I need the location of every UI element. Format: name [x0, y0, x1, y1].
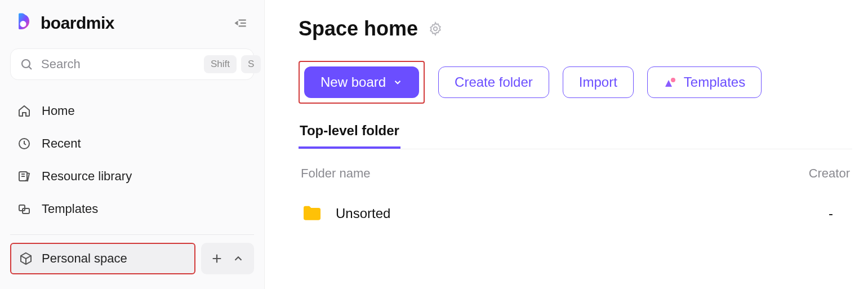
- new-board-button[interactable]: New board: [304, 66, 419, 98]
- search-icon: [20, 57, 33, 71]
- creator-cell: -: [799, 206, 850, 221]
- sidebar-item-label: Home: [42, 104, 75, 118]
- cube-icon: [19, 252, 33, 265]
- svg-point-1: [22, 60, 30, 68]
- collapse-space-button[interactable]: [228, 248, 248, 269]
- search-box[interactable]: Shift S: [10, 48, 254, 80]
- sidebar-item-recent[interactable]: Recent: [10, 128, 254, 159]
- new-board-label: New board: [321, 74, 386, 90]
- collapse-sidebar-icon[interactable]: [230, 12, 252, 34]
- sidebar-item-resource-library[interactable]: Resource library: [10, 161, 254, 192]
- sidebar-item-templates[interactable]: Templates: [10, 194, 254, 224]
- brand-row: boardmix: [10, 12, 254, 34]
- app-root: boardmix Shift S: [0, 0, 868, 289]
- svg-point-7: [671, 78, 675, 82]
- sidebar: boardmix Shift S: [0, 0, 265, 289]
- sidebar-item-label: Resource library: [42, 169, 132, 184]
- folder-name: Unsorted: [336, 206, 390, 221]
- highlight-new-board: New board: [299, 61, 425, 104]
- import-button[interactable]: Import: [563, 66, 634, 98]
- chevron-down-icon: [393, 77, 403, 87]
- folder-icon: [301, 202, 323, 225]
- sidebar-item-label: Templates: [42, 202, 98, 216]
- svg-point-6: [434, 27, 438, 31]
- table-header: Folder name Creator: [299, 166, 852, 197]
- svg-point-0: [20, 21, 26, 27]
- templates-icon: [17, 202, 32, 216]
- table-row[interactable]: Unsorted -: [299, 197, 852, 230]
- templates-label: Templates: [684, 74, 745, 90]
- logo-icon: [12, 12, 34, 34]
- sidebar-item-label: Recent: [42, 136, 81, 151]
- space-label: Personal space: [42, 251, 127, 266]
- library-icon: [17, 169, 32, 184]
- create-folder-label: Create folder: [455, 74, 533, 90]
- add-space-button[interactable]: [207, 248, 227, 269]
- create-folder-button[interactable]: Create folder: [438, 66, 549, 98]
- sidebar-item-home[interactable]: Home: [10, 96, 254, 126]
- settings-icon[interactable]: [428, 21, 443, 36]
- sidebar-nav: Home Recent Resource library Templates: [10, 96, 254, 224]
- kbd-s: S: [241, 55, 261, 73]
- tab-strip: Top-level folder: [299, 123, 852, 149]
- folder-cell[interactable]: Unsorted: [301, 202, 390, 225]
- tab-top-level-folder[interactable]: Top-level folder: [299, 123, 400, 149]
- search-shortcut: Shift S: [204, 55, 261, 73]
- home-icon: [17, 104, 32, 118]
- search-input[interactable]: [41, 57, 196, 72]
- title-row: Space home: [299, 17, 852, 41]
- import-label: Import: [579, 74, 617, 90]
- actions-row: New board Create folder Import: [299, 61, 852, 104]
- main-content: Space home New board Create folder: [265, 0, 868, 289]
- page-title: Space home: [299, 17, 418, 41]
- sidebar-divider: [10, 234, 254, 235]
- space-row: Personal space: [10, 243, 254, 274]
- space-actions: [201, 243, 254, 274]
- sidebar-item-personal-space[interactable]: Personal space: [10, 243, 195, 274]
- clock-icon: [17, 136, 32, 151]
- brand-name: boardmix: [41, 14, 114, 33]
- brand[interactable]: boardmix: [12, 12, 114, 34]
- kbd-shift: Shift: [204, 55, 237, 73]
- col-creator: Creator: [809, 166, 850, 181]
- col-folder-name: Folder name: [301, 166, 371, 181]
- templates-icon: [664, 75, 677, 89]
- templates-button[interactable]: Templates: [647, 66, 762, 98]
